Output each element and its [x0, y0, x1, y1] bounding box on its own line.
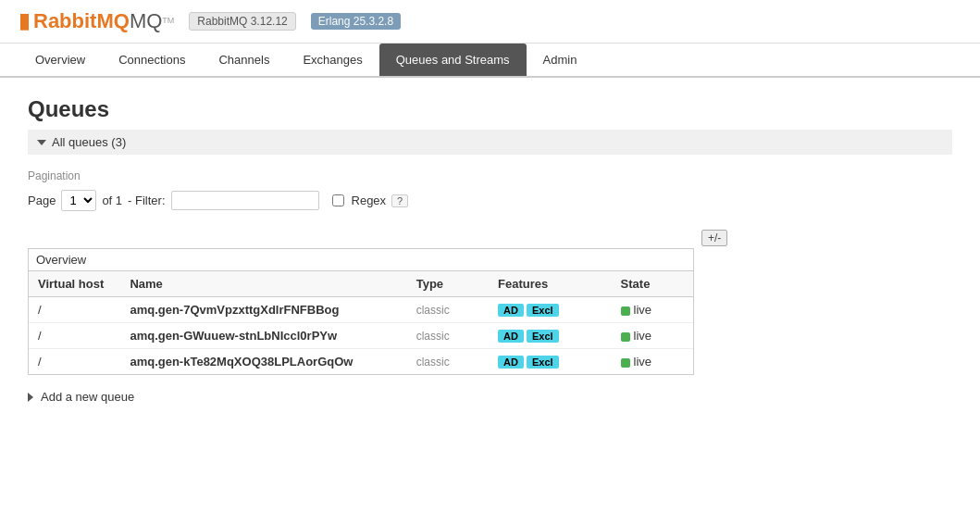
page-select[interactable]: 1	[61, 190, 96, 211]
cell-name[interactable]: amq.gen-kTe82MqXOQ38LPLAorGqOw	[120, 349, 406, 375]
logo: ▮ RabbitMQMQTM	[19, 9, 174, 33]
cell-features: ADExcl	[489, 349, 612, 375]
page-label: Page	[28, 194, 56, 207]
nav-item-channels[interactable]: Channels	[202, 44, 286, 76]
state-text: live	[634, 355, 652, 369]
col-header-virtual-host: Virtual host	[29, 271, 120, 297]
table-row[interactable]: /amq.gen-7QvmVpzxttgXdlrFNFBBogclassicAD…	[29, 297, 693, 323]
cell-virtual-host: /	[29, 323, 120, 349]
collapse-arrow-icon	[37, 140, 46, 145]
regex-label: Regex	[352, 194, 387, 207]
page-title: Queues	[28, 96, 952, 122]
add-queue-section[interactable]: Add a new queue	[28, 390, 952, 404]
regex-checkbox[interactable]	[332, 194, 344, 206]
pagination-label: Pagination	[28, 169, 952, 182]
version-badge: RabbitMQ 3.12.12	[189, 12, 295, 31]
cell-type: classic	[407, 323, 489, 349]
add-queue-arrow-icon	[28, 393, 33, 402]
feature-ad-badge: AD	[498, 330, 524, 343]
cell-type: classic	[407, 349, 489, 375]
of-label: of 1	[102, 194, 122, 207]
cell-features: ADExcl	[489, 323, 612, 349]
col-header-features: Features	[489, 271, 612, 297]
nav-item-admin[interactable]: Admin	[527, 44, 594, 76]
queue-name-link[interactable]: amq.gen-GWuuew-stnLbNIccl0rPYw	[130, 329, 337, 343]
nav-item-overview[interactable]: Overview	[19, 44, 102, 76]
queues-table: Virtual host Name Type Features State /a…	[29, 271, 693, 374]
cell-virtual-host: /	[29, 349, 120, 375]
cell-state: live	[612, 323, 693, 349]
state-indicator-icon	[621, 332, 630, 342]
main-content: Queues All queues (3) Pagination Page 1 …	[0, 78, 980, 422]
main-nav: Overview Connections Channels Exchanges …	[0, 44, 980, 78]
cell-name[interactable]: amq.gen-GWuuew-stnLbNIccl0rPYw	[120, 323, 406, 349]
nav-item-connections[interactable]: Connections	[102, 44, 202, 76]
state-indicator-icon	[621, 306, 630, 316]
help-button[interactable]: ?	[391, 194, 408, 207]
pagination-section: Pagination Page 1 of 1 - Filter: Regex ?	[28, 169, 952, 211]
cell-state: live	[612, 349, 693, 375]
state-text: live	[634, 303, 652, 317]
table-row[interactable]: /amq.gen-kTe82MqXOQ38LPLAorGqOwclassicAD…	[29, 349, 693, 375]
cell-name[interactable]: amq.gen-7QvmVpzxttgXdlrFNFBBog	[120, 297, 406, 323]
all-queues-section-header[interactable]: All queues (3)	[28, 130, 952, 155]
queues-table-container: Overview Virtual host Name Type Features…	[28, 248, 694, 375]
cell-type: classic	[407, 297, 489, 323]
app-header: ▮ RabbitMQMQTM RabbitMQ 3.12.12 Erlang 2…	[0, 0, 980, 44]
all-queues-label: All queues (3)	[52, 135, 126, 149]
feature-excl-badge: Excl	[527, 330, 559, 343]
table-column-headers: Virtual host Name Type Features State	[29, 271, 693, 297]
col-header-type: Type	[407, 271, 489, 297]
feature-excl-badge: Excl	[527, 356, 559, 369]
filter-label: - Filter:	[128, 194, 165, 207]
cell-state: live	[612, 297, 693, 323]
feature-excl-badge: Excl	[527, 304, 559, 317]
logo-icon: ▮	[19, 9, 30, 33]
feature-ad-badge: AD	[498, 356, 524, 369]
nav-item-exchanges[interactable]: Exchanges	[286, 44, 378, 76]
state-text: live	[634, 329, 652, 343]
logo-text: RabbitMQMQTM	[33, 9, 174, 33]
cell-features: ADExcl	[489, 297, 612, 323]
queue-name-link[interactable]: amq.gen-7QvmVpzxttgXdlrFNFBBog	[130, 303, 339, 317]
erlang-badge: Erlang 25.3.2.8	[311, 13, 401, 30]
cell-virtual-host: /	[29, 297, 120, 323]
table-row[interactable]: /amq.gen-GWuuew-stnLbNIccl0rPYwclassicAD…	[29, 323, 693, 349]
col-header-state: State	[612, 271, 693, 297]
feature-ad-badge: AD	[498, 304, 524, 317]
add-queue-label: Add a new queue	[41, 390, 134, 404]
filter-input[interactable]	[171, 191, 319, 210]
queue-name-link[interactable]: amq.gen-kTe82MqXOQ38LPLAorGqOw	[130, 355, 353, 369]
table-overview-label: Overview	[36, 253, 86, 267]
state-indicator-icon	[621, 358, 630, 368]
col-header-name: Name	[120, 271, 406, 297]
expand-collapse-button[interactable]: +/-	[701, 230, 727, 246]
table-header-row: Overview	[29, 249, 693, 271]
pagination-controls: Page 1 of 1 - Filter: Regex ?	[28, 190, 952, 211]
nav-item-queues-and-streams[interactable]: Queues and Streams	[379, 44, 527, 76]
